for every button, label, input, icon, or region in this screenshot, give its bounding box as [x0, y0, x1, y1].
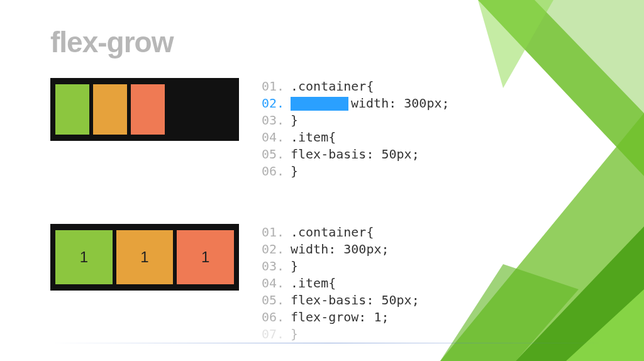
line-number: 01.	[258, 224, 284, 241]
flex-item	[93, 84, 127, 135]
line-number: 04.	[258, 129, 284, 146]
line-number: 04.	[258, 275, 284, 292]
line-number: 03.	[258, 112, 284, 129]
code-text: width: 300px;	[291, 241, 389, 258]
code-text: .item{	[291, 275, 336, 292]
code-text: flex-grow: 1;	[291, 309, 389, 326]
line-number: 06.	[258, 163, 284, 180]
code-text: width: 300px;	[351, 95, 450, 112]
line-number: 05.	[258, 292, 284, 309]
line-number: 06.	[258, 309, 284, 326]
code-listing-1: 01..container{ 02.width: 300px; 03.} 04.…	[258, 78, 450, 180]
flex-item	[131, 84, 165, 135]
slide: flex-grow 01..container{ 02.width: 300px…	[0, 0, 644, 361]
code-text: .container{	[291, 224, 374, 241]
code-text: }	[291, 326, 298, 343]
line-number: 05.	[258, 146, 284, 163]
code-text: .container{	[291, 78, 374, 95]
code-text: }	[291, 112, 298, 129]
line-number: 02.	[258, 95, 284, 112]
flex-item	[55, 84, 89, 135]
flex-item: 1	[55, 230, 113, 284]
slide-title: flex-grow	[50, 25, 606, 59]
examples: 01..container{ 02.width: 300px; 03.} 04.…	[50, 78, 606, 343]
code-listing-2: 01..container{ 02. width: 300px; 03.} 04…	[258, 224, 419, 343]
code-text: }	[291, 163, 298, 180]
code-text: }	[291, 258, 298, 275]
example-1: 01..container{ 02.width: 300px; 03.} 04.…	[50, 78, 606, 180]
line-number: 01.	[258, 78, 284, 95]
divider	[50, 343, 606, 343]
code-text: .item{	[291, 129, 336, 146]
example-2: 1 1 1 01..container{ 02. width: 300px; 0…	[50, 224, 606, 343]
line-number: 02.	[258, 241, 284, 258]
flex-item: 1	[177, 230, 234, 284]
code-text: flex-basis: 50px;	[291, 292, 419, 309]
line-number: 03.	[258, 258, 284, 275]
flex-item: 1	[116, 230, 174, 284]
line-number: 07.	[258, 326, 284, 343]
highlight-bar	[291, 97, 348, 111]
code-text: flex-basis: 50px;	[291, 146, 419, 163]
flex-container-demo-1	[50, 78, 239, 141]
flex-container-demo-2: 1 1 1	[50, 224, 239, 291]
